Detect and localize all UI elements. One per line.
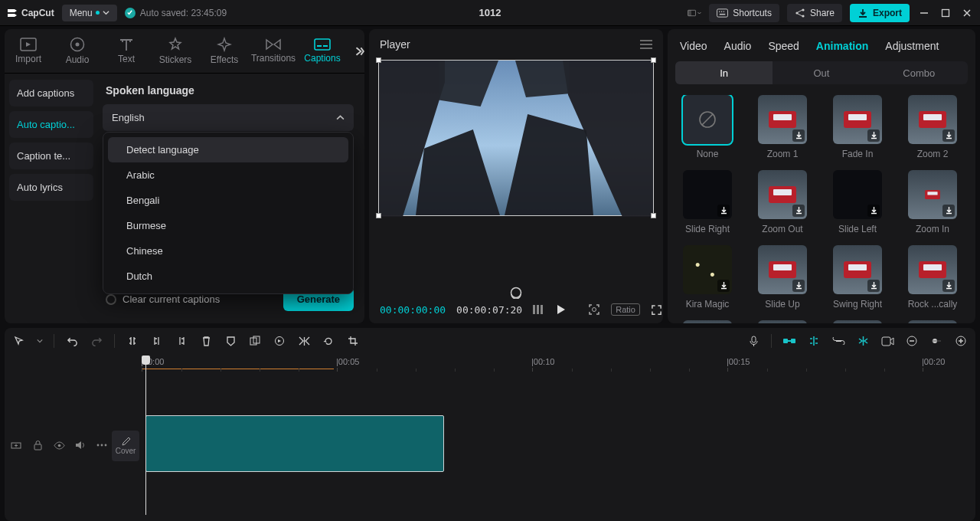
download-icon[interactable] (717, 205, 730, 217)
animation-thumb[interactable] (683, 170, 732, 219)
ratio-button[interactable]: Ratio (611, 303, 640, 316)
shortcuts-button[interactable]: Shortcuts (709, 4, 779, 22)
media-tab-stickers[interactable]: Stickers (158, 34, 193, 73)
delete-left-button[interactable] (150, 334, 164, 348)
preview-render-button[interactable] (880, 334, 894, 348)
timeline[interactable]: |00:00|00:05|00:10|00:15|00:20 Cover (5, 354, 975, 521)
resize-handle[interactable] (376, 57, 381, 63)
language-option[interactable]: Dutch (108, 264, 348, 289)
inspector-tab-audio[interactable]: Audio (724, 40, 752, 52)
captions-nav-item[interactable]: Add captions (9, 80, 93, 106)
resize-handle[interactable] (651, 213, 656, 218)
animation-thumb[interactable] (908, 245, 957, 294)
add-track-button[interactable] (9, 438, 23, 452)
more-icon[interactable] (95, 438, 109, 452)
link-button[interactable] (831, 334, 845, 348)
zoom-in-button[interactable] (954, 334, 968, 348)
anim-seg-out[interactable]: Out (773, 61, 870, 84)
export-button[interactable]: Export (850, 4, 910, 22)
download-icon[interactable] (942, 280, 955, 292)
animation-thumb[interactable] (758, 320, 807, 323)
animation-thumb[interactable] (683, 320, 732, 323)
preview-canvas[interactable] (378, 60, 654, 216)
download-icon[interactable] (942, 129, 955, 142)
selection-tool[interactable] (12, 334, 26, 348)
download-icon[interactable] (867, 205, 880, 217)
spoken-language-select[interactable]: English (103, 104, 354, 131)
anim-seg-in[interactable]: In (675, 61, 773, 84)
animation-thumb[interactable] (908, 170, 957, 219)
captions-nav-item[interactable]: Auto lyrics (9, 174, 93, 201)
mic-button[interactable] (746, 334, 760, 348)
zoom-slider[interactable] (929, 334, 943, 348)
magnet-main-button[interactable] (782, 334, 796, 348)
animation-thumb[interactable] (833, 95, 882, 144)
playhead[interactable] (145, 356, 146, 515)
captions-nav-item[interactable]: Auto captio... (9, 111, 93, 138)
animation-thumb[interactable] (758, 95, 807, 144)
crop-button[interactable] (346, 334, 360, 348)
media-tab-transitions[interactable]: Transitions (256, 35, 291, 71)
mirror-button[interactable] (297, 334, 311, 348)
animation-thumb[interactable] (908, 95, 957, 144)
download-icon[interactable] (942, 205, 955, 217)
download-icon[interactable] (792, 129, 805, 142)
magnet-track-button[interactable] (807, 334, 821, 348)
clear-captions-toggle[interactable]: Clear current captions (106, 293, 220, 305)
media-tab-import[interactable]: Import (11, 34, 46, 72)
rotate-button[interactable] (322, 334, 335, 348)
speaker-icon[interactable] (74, 438, 87, 452)
duplicate-button[interactable] (248, 334, 262, 348)
columns-icon[interactable] (533, 304, 545, 315)
cover-button[interactable]: Cover (112, 431, 139, 461)
animation-thumb[interactable] (908, 320, 957, 323)
download-icon[interactable] (792, 280, 805, 292)
inspector-tab-animation[interactable]: Animation (816, 40, 868, 52)
chevron-down-icon[interactable] (37, 338, 43, 344)
marker-button[interactable] (224, 334, 237, 348)
tabs-scroll-right[interactable] (354, 46, 364, 61)
inspector-tab-adjustment[interactable]: Adjustment (885, 40, 939, 52)
delete-right-button[interactable] (175, 334, 188, 348)
menu-button[interactable]: Menu (62, 5, 117, 21)
eye-icon[interactable] (52, 438, 66, 452)
lock-icon[interactable] (31, 438, 44, 452)
download-icon[interactable] (792, 205, 805, 217)
download-icon[interactable] (867, 129, 880, 142)
language-option[interactable]: Chinese (108, 238, 348, 264)
resize-handle[interactable] (651, 57, 656, 63)
window-maximize-button[interactable] (939, 6, 952, 20)
animation-thumb[interactable] (833, 320, 882, 323)
animation-thumb[interactable] (758, 170, 807, 219)
media-tab-captions[interactable]: Captions (305, 35, 340, 71)
layout-toggle-button[interactable] (688, 6, 701, 20)
window-close-button[interactable] (960, 6, 974, 20)
download-icon[interactable] (867, 280, 880, 292)
animation-thumb[interactable] (833, 170, 882, 219)
animation-thumb[interactable] (833, 245, 882, 294)
animation-thumb[interactable] (683, 95, 732, 144)
language-option[interactable]: Bengali (108, 188, 348, 213)
timeline-ruler[interactable]: |00:00|00:05|00:10|00:15|00:20 (142, 357, 975, 372)
inspector-tab-video[interactable]: Video (680, 40, 707, 52)
reverse-button[interactable] (273, 334, 286, 348)
language-option[interactable]: Arabic (108, 162, 348, 188)
language-option[interactable]: Detect language (108, 137, 348, 162)
captions-nav-item[interactable]: Caption te... (9, 143, 93, 169)
media-tab-effects[interactable]: Effects (207, 34, 242, 73)
split-button[interactable] (126, 334, 139, 348)
fullscreen-button[interactable] (651, 304, 662, 316)
animation-thumb[interactable] (758, 245, 807, 294)
video-clip[interactable] (145, 415, 444, 472)
share-button[interactable]: Share (787, 4, 842, 22)
scan-icon[interactable] (588, 303, 600, 316)
download-icon[interactable] (717, 280, 730, 292)
undo-button[interactable] (65, 334, 79, 348)
media-tab-text[interactable]: Text (109, 34, 144, 72)
animation-thumb[interactable] (683, 245, 732, 294)
snap-button[interactable] (856, 334, 870, 348)
zoom-out-button[interactable] (905, 334, 919, 348)
play-button[interactable] (556, 304, 567, 315)
media-tab-audio[interactable]: Audio (60, 34, 95, 73)
window-minimize-button[interactable] (917, 6, 931, 20)
